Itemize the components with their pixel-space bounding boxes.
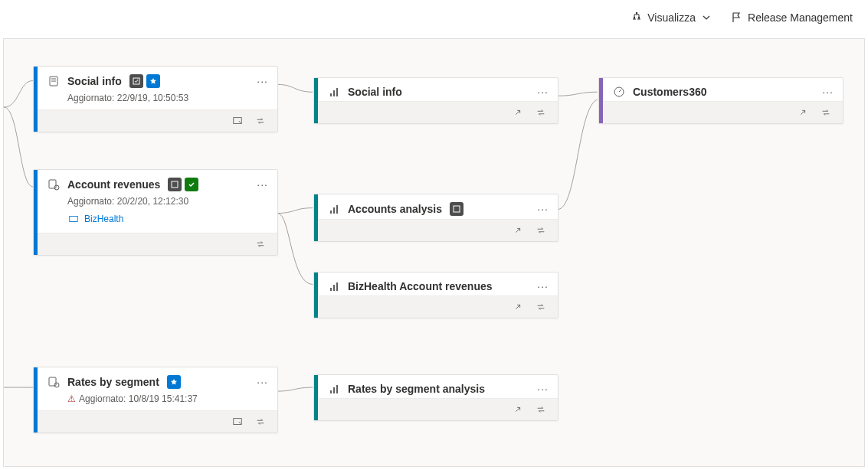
certified-badge-icon bbox=[185, 178, 198, 191]
node-badges bbox=[168, 178, 198, 191]
node-social-info-source[interactable]: Social info ··· Aggiornato: 22/9/19, 10:… bbox=[33, 66, 278, 132]
swap-icon[interactable] bbox=[254, 115, 267, 127]
more-button[interactable]: ··· bbox=[537, 86, 549, 98]
dashboard-icon bbox=[613, 86, 625, 98]
node-accounts-analysis[interactable]: Accounts analysis ··· bbox=[313, 194, 558, 242]
more-button[interactable]: ··· bbox=[822, 86, 834, 98]
svg-rect-8 bbox=[336, 88, 338, 96]
svg-rect-10 bbox=[49, 180, 56, 188]
svg-rect-15 bbox=[333, 207, 335, 214]
node-title: Social info bbox=[67, 75, 122, 87]
open-icon[interactable] bbox=[797, 106, 809, 119]
svg-rect-24 bbox=[330, 390, 332, 393]
svg-rect-12 bbox=[172, 181, 178, 188]
open-icon[interactable] bbox=[512, 403, 524, 416]
node-title: Customers360 bbox=[633, 86, 707, 98]
more-button[interactable]: ··· bbox=[257, 75, 268, 87]
updated-text: ⚠Aggiornato: 10/8/19 15:41:37 bbox=[34, 392, 277, 410]
more-button[interactable]: ··· bbox=[257, 376, 268, 388]
report-icon bbox=[328, 383, 340, 395]
node-rates-by-segment-analysis[interactable]: Rates by segment analysis ··· bbox=[313, 374, 558, 421]
sensitivity-badge-icon bbox=[450, 202, 463, 216]
node-title: Rates by segment analysis bbox=[348, 383, 485, 395]
sensitivity-badge-icon bbox=[129, 74, 143, 88]
open-icon[interactable] bbox=[512, 106, 524, 119]
updated-text: Aggiornato: 20/2/20, 12:12:30 bbox=[34, 194, 277, 213]
release-management-button[interactable]: Release Management bbox=[731, 11, 853, 24]
workspace-link[interactable]: BizHealth bbox=[84, 214, 123, 224]
view-icon bbox=[631, 11, 643, 24]
release-label: Release Management bbox=[748, 11, 853, 24]
view-label: Visualizza bbox=[647, 11, 696, 24]
topbar: Visualizza Release Management bbox=[0, 0, 868, 35]
node-account-revenues-source[interactable]: Account revenues ··· Aggiornato: 20/2/20… bbox=[33, 169, 278, 256]
node-badges bbox=[450, 202, 463, 216]
swap-icon[interactable] bbox=[535, 224, 547, 237]
svg-rect-6 bbox=[330, 93, 332, 96]
node-bizhealth-account-revenues[interactable]: BizHealth Account revenues ··· bbox=[313, 272, 558, 318]
svg-point-0 bbox=[636, 11, 637, 13]
updated-text: Aggiornato: 22/9/19, 10:50:53 bbox=[34, 91, 277, 109]
node-social-info-report[interactable]: Social info ··· bbox=[313, 77, 558, 124]
explore-icon[interactable] bbox=[231, 416, 244, 428]
svg-rect-21 bbox=[49, 377, 56, 386]
node-badges bbox=[129, 74, 160, 88]
workspace-icon bbox=[67, 213, 80, 225]
svg-rect-16 bbox=[336, 205, 338, 214]
explore-icon[interactable] bbox=[231, 115, 244, 127]
chevron-down-icon bbox=[700, 11, 712, 24]
lineage-canvas[interactable]: Social info ··· Aggiornato: 22/9/19, 10:… bbox=[3, 38, 865, 467]
swap-icon[interactable] bbox=[535, 301, 547, 313]
endorsement-badge-icon bbox=[167, 375, 181, 389]
svg-point-2 bbox=[638, 16, 640, 18]
svg-rect-19 bbox=[333, 285, 335, 291]
swap-icon[interactable] bbox=[254, 416, 267, 428]
dataset-shared-icon bbox=[47, 376, 60, 388]
dataset-shared-icon bbox=[47, 178, 60, 191]
report-icon bbox=[328, 203, 340, 215]
node-customers360[interactable]: Customers360 ··· bbox=[598, 77, 843, 124]
report-icon bbox=[328, 86, 340, 98]
report-icon bbox=[328, 280, 340, 292]
svg-rect-13 bbox=[70, 217, 78, 222]
dataset-icon bbox=[47, 75, 60, 87]
svg-point-22 bbox=[54, 383, 59, 387]
node-title: Account revenues bbox=[67, 178, 160, 191]
swap-icon[interactable] bbox=[535, 403, 547, 416]
svg-rect-17 bbox=[454, 206, 460, 212]
flag-icon bbox=[731, 11, 743, 24]
svg-rect-7 bbox=[333, 90, 335, 96]
svg-point-1 bbox=[634, 16, 635, 18]
swap-icon[interactable] bbox=[535, 106, 547, 119]
swap-icon[interactable] bbox=[254, 238, 267, 250]
node-title: Social info bbox=[348, 86, 402, 98]
svg-rect-20 bbox=[336, 282, 338, 291]
more-button[interactable]: ··· bbox=[537, 280, 549, 292]
node-badges bbox=[167, 375, 181, 389]
svg-point-11 bbox=[54, 185, 59, 190]
warning-icon: ⚠ bbox=[67, 393, 76, 404]
more-button[interactable]: ··· bbox=[537, 203, 549, 215]
sensitivity-badge-icon bbox=[168, 178, 182, 191]
svg-rect-26 bbox=[336, 385, 338, 393]
swap-icon[interactable] bbox=[820, 106, 832, 119]
open-icon[interactable] bbox=[512, 301, 524, 313]
node-rates-by-segment-source[interactable]: Rates by segment ··· ⚠Aggiornato: 10/8/1… bbox=[33, 367, 278, 433]
more-button[interactable]: ··· bbox=[537, 383, 549, 395]
svg-rect-25 bbox=[333, 387, 335, 393]
view-dropdown[interactable]: Visualizza bbox=[631, 11, 712, 24]
node-title: Accounts analysis bbox=[348, 203, 442, 215]
endorsement-badge-icon bbox=[146, 74, 160, 88]
node-title: BizHealth Account revenues bbox=[348, 280, 493, 292]
svg-rect-14 bbox=[330, 211, 332, 214]
open-icon[interactable] bbox=[512, 224, 524, 237]
svg-rect-18 bbox=[330, 288, 332, 291]
more-button[interactable]: ··· bbox=[257, 178, 268, 191]
node-title: Rates by segment bbox=[67, 376, 159, 388]
